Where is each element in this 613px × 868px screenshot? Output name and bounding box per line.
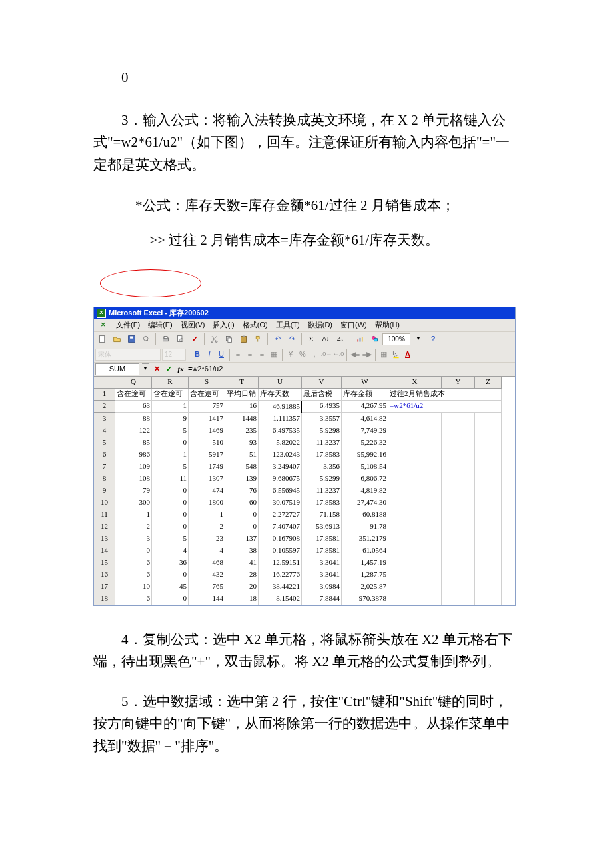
row-header-6[interactable]: 6: [94, 449, 115, 461]
cell-Z3[interactable]: [475, 413, 502, 425]
cell-X4[interactable]: [388, 425, 442, 437]
cell-R11[interactable]: 0: [152, 509, 189, 521]
preview-icon[interactable]: [173, 333, 187, 346]
cell-Y12[interactable]: [442, 521, 475, 533]
cell-T9[interactable]: 76: [225, 485, 259, 497]
cell-U7[interactable]: 3.249407: [259, 461, 302, 473]
header-cell-T[interactable]: 平均日销: [225, 389, 259, 401]
col-header-U[interactable]: U: [259, 377, 302, 389]
row-header-18[interactable]: 18: [94, 593, 115, 605]
cell-S6[interactable]: 5917: [189, 449, 225, 461]
row-header-15[interactable]: 15: [94, 557, 115, 569]
cell-V15[interactable]: 3.3041: [302, 557, 342, 569]
cell-W2[interactable]: 4,267.95: [342, 401, 388, 413]
cell-Q12[interactable]: 2: [115, 521, 152, 533]
zoom-box[interactable]: 100%: [382, 333, 410, 345]
cell-V9[interactable]: 11.3237: [302, 485, 342, 497]
cell-X13[interactable]: [388, 533, 442, 545]
cell-T5[interactable]: 93: [225, 437, 259, 449]
menu-edit[interactable]: 编辑(E): [145, 319, 176, 331]
header-cell-X[interactable]: 过往2月销售成本: [388, 389, 502, 401]
cell-S16[interactable]: 432: [189, 569, 225, 581]
cell-S5[interactable]: 510: [189, 437, 225, 449]
cell-V17[interactable]: 3.0984: [302, 581, 342, 593]
font-color-icon[interactable]: A: [402, 349, 413, 360]
cell-X9[interactable]: [388, 485, 442, 497]
cell-W17[interactable]: 2,025.87: [342, 581, 388, 593]
col-header-V[interactable]: V: [302, 377, 342, 389]
font-size-combo[interactable]: 12: [162, 349, 186, 361]
cell-Y11[interactable]: [442, 509, 475, 521]
cell-S13[interactable]: 23: [189, 533, 225, 545]
cancel-formula-icon[interactable]: ✕: [152, 364, 161, 375]
cell-Q2[interactable]: 63: [115, 401, 152, 413]
name-box[interactable]: SUM: [95, 363, 139, 375]
row-header-10[interactable]: 10: [94, 497, 115, 509]
cell-R2[interactable]: 1: [152, 401, 189, 413]
cell-S11[interactable]: 1: [189, 509, 225, 521]
cell-Q4[interactable]: 122: [115, 425, 152, 437]
row-header-14[interactable]: 14: [94, 545, 115, 557]
decimal-inc-icon[interactable]: .0→: [321, 349, 332, 360]
italic-button[interactable]: I: [204, 349, 215, 360]
cell-X15[interactable]: [388, 557, 442, 569]
cell-V10[interactable]: 17.8583: [302, 497, 342, 509]
header-cell-S[interactable]: 含在途可: [189, 389, 225, 401]
cell-Z17[interactable]: [475, 581, 502, 593]
cell-Q15[interactable]: 6: [115, 557, 152, 569]
cell-U9[interactable]: 6.556945: [259, 485, 302, 497]
cell-Y16[interactable]: [442, 569, 475, 581]
cell-V12[interactable]: 53.6913: [302, 521, 342, 533]
cell-R8[interactable]: 11: [152, 473, 189, 485]
fill-color-icon[interactable]: [390, 349, 401, 360]
menu-format[interactable]: 格式(O): [239, 319, 271, 331]
cell-S14[interactable]: 4: [189, 545, 225, 557]
cell-U4[interactable]: 6.497535: [259, 425, 302, 437]
cell-V18[interactable]: 7.8844: [302, 593, 342, 605]
enter-formula-icon[interactable]: ✓: [164, 364, 173, 375]
name-box-dropdown-icon[interactable]: ▼: [142, 363, 149, 375]
cell-Y3[interactable]: [442, 413, 475, 425]
cell-Q17[interactable]: 10: [115, 581, 152, 593]
format-painter-icon[interactable]: [251, 333, 265, 346]
sort-asc-icon[interactable]: A↓: [319, 333, 332, 346]
header-cell-W[interactable]: 库存金额: [342, 389, 388, 401]
cell-T12[interactable]: 0: [225, 521, 259, 533]
corner-cell[interactable]: [94, 377, 115, 389]
cell-Q13[interactable]: 3: [115, 533, 152, 545]
cell-X8[interactable]: [388, 473, 442, 485]
underline-button[interactable]: U: [216, 349, 227, 360]
header-cell-V[interactable]: 最后含税: [302, 389, 342, 401]
cell-X18[interactable]: [388, 593, 442, 605]
cell-X6[interactable]: [388, 449, 442, 461]
cell-V11[interactable]: 71.158: [302, 509, 342, 521]
cell-Y14[interactable]: [442, 545, 475, 557]
zoom-dropdown-icon[interactable]: ▼: [412, 333, 425, 346]
copy-icon[interactable]: [222, 333, 235, 346]
cell-V7[interactable]: 3.356: [302, 461, 342, 473]
indent-inc-icon[interactable]: ≡▶: [362, 349, 372, 360]
cell-R14[interactable]: 4: [152, 545, 189, 557]
cell-V2[interactable]: 6.4935: [302, 401, 342, 413]
cell-Z8[interactable]: [475, 473, 502, 485]
cell-X14[interactable]: [388, 545, 442, 557]
cell-R4[interactable]: 5: [152, 425, 189, 437]
undo-icon[interactable]: ↶: [271, 333, 284, 346]
cell-Z11[interactable]: [475, 509, 502, 521]
font-name-combo[interactable]: 宋体: [95, 349, 161, 361]
cut-icon[interactable]: [207, 333, 221, 346]
cell-Y10[interactable]: [442, 497, 475, 509]
cell-W11[interactable]: 60.8188: [342, 509, 388, 521]
cell-Q8[interactable]: 108: [115, 473, 152, 485]
cell-Y6[interactable]: [442, 449, 475, 461]
cell-V6[interactable]: 17.8583: [302, 449, 342, 461]
cell-S12[interactable]: 2: [189, 521, 225, 533]
cell-S10[interactable]: 1800: [189, 497, 225, 509]
cell-Y18[interactable]: [442, 593, 475, 605]
cell-W16[interactable]: 1,287.75: [342, 569, 388, 581]
cell-Q5[interactable]: 85: [115, 437, 152, 449]
cell-Q6[interactable]: 986: [115, 449, 152, 461]
cell-V13[interactable]: 17.8581: [302, 533, 342, 545]
decimal-dec-icon[interactable]: ←.0: [333, 349, 344, 360]
cell-V14[interactable]: 17.8581: [302, 545, 342, 557]
